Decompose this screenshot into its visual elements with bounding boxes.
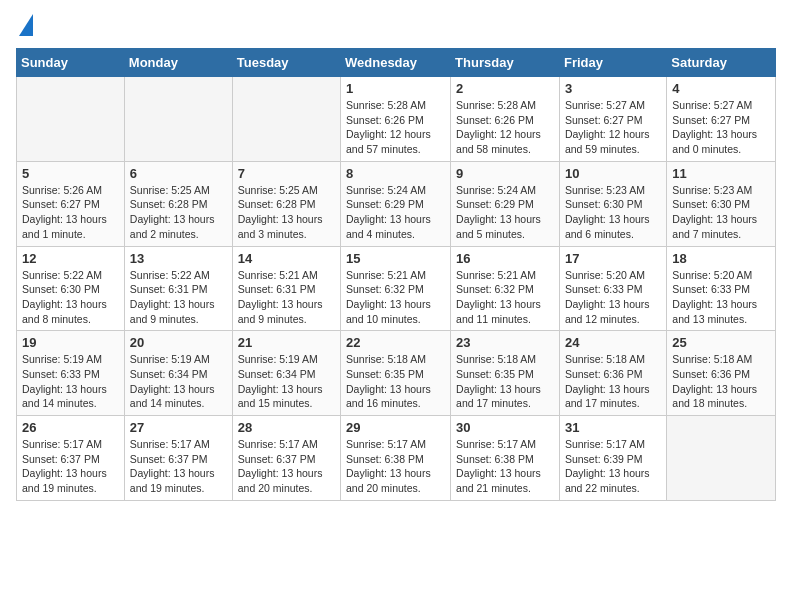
calendar-week-3: 12Sunrise: 5:22 AM Sunset: 6:30 PM Dayli… [17,246,776,331]
calendar-cell: 11Sunrise: 5:23 AM Sunset: 6:30 PM Dayli… [667,161,776,246]
day-info: Sunrise: 5:18 AM Sunset: 6:36 PM Dayligh… [672,352,770,411]
calendar-cell: 4Sunrise: 5:27 AM Sunset: 6:27 PM Daylig… [667,77,776,162]
day-number: 31 [565,420,661,435]
calendar-cell: 15Sunrise: 5:21 AM Sunset: 6:32 PM Dayli… [341,246,451,331]
weekday-header-friday: Friday [559,49,666,77]
weekday-header-saturday: Saturday [667,49,776,77]
calendar-cell: 9Sunrise: 5:24 AM Sunset: 6:29 PM Daylig… [451,161,560,246]
calendar-cell: 27Sunrise: 5:17 AM Sunset: 6:37 PM Dayli… [124,416,232,501]
day-info: Sunrise: 5:26 AM Sunset: 6:27 PM Dayligh… [22,183,119,242]
day-number: 23 [456,335,554,350]
calendar-cell: 21Sunrise: 5:19 AM Sunset: 6:34 PM Dayli… [232,331,340,416]
day-info: Sunrise: 5:19 AM Sunset: 6:34 PM Dayligh… [238,352,335,411]
page-header [16,16,776,36]
calendar-cell: 8Sunrise: 5:24 AM Sunset: 6:29 PM Daylig… [341,161,451,246]
calendar-cell: 1Sunrise: 5:28 AM Sunset: 6:26 PM Daylig… [341,77,451,162]
calendar-cell: 20Sunrise: 5:19 AM Sunset: 6:34 PM Dayli… [124,331,232,416]
day-number: 15 [346,251,445,266]
day-info: Sunrise: 5:17 AM Sunset: 6:37 PM Dayligh… [238,437,335,496]
day-info: Sunrise: 5:17 AM Sunset: 6:38 PM Dayligh… [346,437,445,496]
calendar-week-2: 5Sunrise: 5:26 AM Sunset: 6:27 PM Daylig… [17,161,776,246]
day-number: 10 [565,166,661,181]
calendar-cell: 7Sunrise: 5:25 AM Sunset: 6:28 PM Daylig… [232,161,340,246]
calendar-cell: 12Sunrise: 5:22 AM Sunset: 6:30 PM Dayli… [17,246,125,331]
day-number: 19 [22,335,119,350]
weekday-header-sunday: Sunday [17,49,125,77]
calendar-week-5: 26Sunrise: 5:17 AM Sunset: 6:37 PM Dayli… [17,416,776,501]
day-info: Sunrise: 5:19 AM Sunset: 6:33 PM Dayligh… [22,352,119,411]
calendar-cell: 23Sunrise: 5:18 AM Sunset: 6:35 PM Dayli… [451,331,560,416]
day-number: 18 [672,251,770,266]
day-number: 14 [238,251,335,266]
day-info: Sunrise: 5:20 AM Sunset: 6:33 PM Dayligh… [672,268,770,327]
day-info: Sunrise: 5:23 AM Sunset: 6:30 PM Dayligh… [672,183,770,242]
day-info: Sunrise: 5:27 AM Sunset: 6:27 PM Dayligh… [672,98,770,157]
day-info: Sunrise: 5:23 AM Sunset: 6:30 PM Dayligh… [565,183,661,242]
calendar-cell: 3Sunrise: 5:27 AM Sunset: 6:27 PM Daylig… [559,77,666,162]
day-number: 6 [130,166,227,181]
calendar-cell: 17Sunrise: 5:20 AM Sunset: 6:33 PM Dayli… [559,246,666,331]
day-number: 29 [346,420,445,435]
day-info: Sunrise: 5:17 AM Sunset: 6:39 PM Dayligh… [565,437,661,496]
day-number: 21 [238,335,335,350]
day-info: Sunrise: 5:25 AM Sunset: 6:28 PM Dayligh… [238,183,335,242]
day-info: Sunrise: 5:18 AM Sunset: 6:36 PM Dayligh… [565,352,661,411]
day-number: 3 [565,81,661,96]
day-info: Sunrise: 5:28 AM Sunset: 6:26 PM Dayligh… [346,98,445,157]
calendar-cell: 24Sunrise: 5:18 AM Sunset: 6:36 PM Dayli… [559,331,666,416]
day-number: 2 [456,81,554,96]
day-number: 30 [456,420,554,435]
calendar-header-row: SundayMondayTuesdayWednesdayThursdayFrid… [17,49,776,77]
weekday-header-wednesday: Wednesday [341,49,451,77]
day-number: 8 [346,166,445,181]
day-info: Sunrise: 5:20 AM Sunset: 6:33 PM Dayligh… [565,268,661,327]
day-info: Sunrise: 5:18 AM Sunset: 6:35 PM Dayligh… [456,352,554,411]
calendar-cell: 19Sunrise: 5:19 AM Sunset: 6:33 PM Dayli… [17,331,125,416]
day-number: 17 [565,251,661,266]
weekday-header-tuesday: Tuesday [232,49,340,77]
day-number: 13 [130,251,227,266]
calendar-cell: 31Sunrise: 5:17 AM Sunset: 6:39 PM Dayli… [559,416,666,501]
day-info: Sunrise: 5:22 AM Sunset: 6:31 PM Dayligh… [130,268,227,327]
logo-triangle-icon [19,14,33,36]
calendar-cell: 28Sunrise: 5:17 AM Sunset: 6:37 PM Dayli… [232,416,340,501]
day-info: Sunrise: 5:24 AM Sunset: 6:29 PM Dayligh… [456,183,554,242]
day-number: 25 [672,335,770,350]
day-number: 24 [565,335,661,350]
calendar-cell [667,416,776,501]
calendar-table: SundayMondayTuesdayWednesdayThursdayFrid… [16,48,776,501]
day-info: Sunrise: 5:25 AM Sunset: 6:28 PM Dayligh… [130,183,227,242]
day-number: 7 [238,166,335,181]
day-number: 1 [346,81,445,96]
calendar-week-1: 1Sunrise: 5:28 AM Sunset: 6:26 PM Daylig… [17,77,776,162]
calendar-week-4: 19Sunrise: 5:19 AM Sunset: 6:33 PM Dayli… [17,331,776,416]
day-info: Sunrise: 5:17 AM Sunset: 6:38 PM Dayligh… [456,437,554,496]
weekday-header-monday: Monday [124,49,232,77]
day-number: 12 [22,251,119,266]
calendar-cell: 25Sunrise: 5:18 AM Sunset: 6:36 PM Dayli… [667,331,776,416]
calendar-cell: 14Sunrise: 5:21 AM Sunset: 6:31 PM Dayli… [232,246,340,331]
day-number: 11 [672,166,770,181]
calendar-cell [17,77,125,162]
calendar-cell: 6Sunrise: 5:25 AM Sunset: 6:28 PM Daylig… [124,161,232,246]
weekday-header-thursday: Thursday [451,49,560,77]
logo [16,16,33,36]
calendar-cell: 2Sunrise: 5:28 AM Sunset: 6:26 PM Daylig… [451,77,560,162]
day-number: 27 [130,420,227,435]
day-info: Sunrise: 5:22 AM Sunset: 6:30 PM Dayligh… [22,268,119,327]
day-info: Sunrise: 5:21 AM Sunset: 6:32 PM Dayligh… [456,268,554,327]
day-number: 5 [22,166,119,181]
day-number: 28 [238,420,335,435]
day-info: Sunrise: 5:17 AM Sunset: 6:37 PM Dayligh… [130,437,227,496]
day-number: 16 [456,251,554,266]
day-number: 22 [346,335,445,350]
day-info: Sunrise: 5:19 AM Sunset: 6:34 PM Dayligh… [130,352,227,411]
calendar-cell: 18Sunrise: 5:20 AM Sunset: 6:33 PM Dayli… [667,246,776,331]
day-info: Sunrise: 5:17 AM Sunset: 6:37 PM Dayligh… [22,437,119,496]
calendar-cell: 29Sunrise: 5:17 AM Sunset: 6:38 PM Dayli… [341,416,451,501]
calendar-cell: 30Sunrise: 5:17 AM Sunset: 6:38 PM Dayli… [451,416,560,501]
day-info: Sunrise: 5:24 AM Sunset: 6:29 PM Dayligh… [346,183,445,242]
day-number: 20 [130,335,227,350]
calendar-cell [232,77,340,162]
day-number: 4 [672,81,770,96]
